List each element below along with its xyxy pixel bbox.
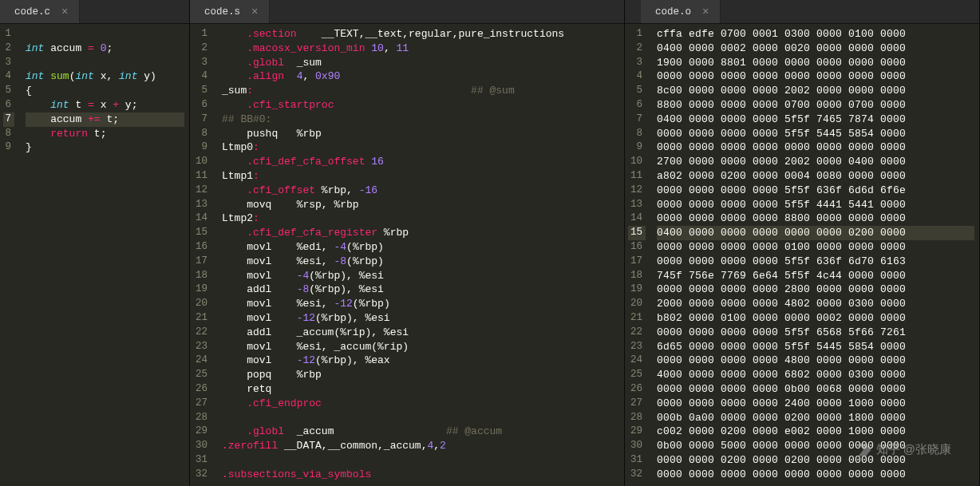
code-area[interactable]: cffa edfe 0700 0001 0300 0000 0100 00000…	[652, 24, 979, 486]
editor-s[interactable]: 1234567891011121314151617181920212223242…	[190, 24, 624, 486]
tab-code-c[interactable]: code.c ×	[0, 0, 80, 23]
tab-label: code.s	[204, 6, 240, 18]
tab-code-s[interactable]: code.s ×	[190, 0, 270, 23]
code-area[interactable]: .section __TEXT,__text,regular,pure_inst…	[217, 24, 624, 486]
editor-pane-c: code.c × 123456789 int accum = 0;int sum…	[0, 0, 190, 486]
tab-label: code.c	[14, 6, 50, 18]
editor-pane-o: code.o × 1234567891011121314151617181920…	[625, 0, 980, 486]
editor-c[interactable]: 123456789 int accum = 0;int sum(int x, i…	[0, 24, 189, 486]
close-icon[interactable]: ×	[61, 6, 68, 18]
tab-bar-o: code.o ×	[625, 0, 979, 24]
tab-bar-c: code.c ×	[0, 0, 189, 24]
line-gutter: 123456789	[0, 24, 21, 486]
tab-label: code.o	[655, 6, 691, 18]
close-icon[interactable]: ×	[251, 6, 258, 18]
line-gutter: 1234567891011121314151617181920212223242…	[190, 24, 217, 486]
tab-bar-s: code.s ×	[190, 0, 624, 24]
code-area[interactable]: int accum = 0;int sum(int x, int y){ int…	[21, 24, 189, 486]
close-icon[interactable]: ×	[702, 6, 709, 18]
tab-code-o[interactable]: code.o ×	[641, 0, 721, 23]
editor-pane-s: code.s × 1234567891011121314151617181920…	[190, 0, 625, 486]
editor-o[interactable]: 1234567891011121314151617181920212223242…	[625, 24, 979, 486]
line-gutter: 1234567891011121314151617181920212223242…	[625, 24, 652, 486]
